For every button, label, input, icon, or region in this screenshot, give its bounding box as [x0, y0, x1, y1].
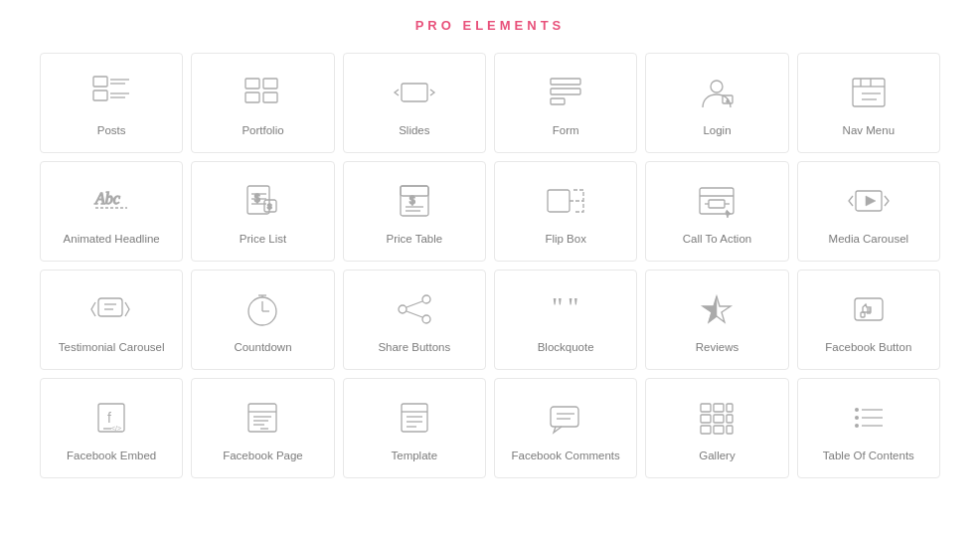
svg-rect-18 — [853, 79, 885, 106]
template-icon — [392, 397, 437, 439]
svg-rect-90 — [714, 415, 724, 423]
share-buttons-icon — [392, 288, 437, 330]
facebook-embed-label: Facebook Embed — [67, 449, 156, 463]
facebook-button-icon — [846, 288, 892, 330]
animated-headline-label: Animated Headline — [64, 232, 160, 247]
facebook-comments-icon — [543, 397, 588, 439]
reviews-label: Reviews — [696, 340, 738, 355]
item-share-buttons[interactable]: Share Buttons — [343, 270, 486, 370]
svg-rect-83 — [551, 407, 578, 427]
svg-text:</>: </> — [111, 425, 121, 432]
flip-box-label: Flip Box — [545, 232, 586, 247]
svg-rect-10 — [402, 84, 427, 101]
item-gallery[interactable]: Gallery — [645, 378, 788, 478]
slides-icon — [392, 72, 437, 113]
item-slides[interactable]: Slides — [343, 53, 486, 153]
svg-rect-89 — [701, 415, 711, 423]
item-portfolio[interactable]: Portfolio — [191, 53, 334, 153]
item-reviews[interactable]: Reviews — [645, 270, 788, 370]
item-facebook-embed[interactable]: f </> Facebook Embed — [40, 378, 183, 478]
price-list-icon: $ $ — [240, 180, 285, 222]
svg-rect-92 — [701, 426, 711, 434]
login-label: Login — [703, 123, 731, 138]
svg-rect-88 — [727, 404, 733, 412]
item-flip-box[interactable]: Flip Box — [494, 161, 637, 262]
svg-rect-64 — [861, 312, 865, 317]
facebook-comments-label: Facebook Comments — [512, 449, 620, 463]
portfolio-icon — [240, 72, 285, 113]
svg-rect-72 — [248, 404, 276, 432]
item-price-table[interactable]: $ Price Table — [343, 161, 486, 262]
call-to-action-icon — [694, 180, 739, 222]
svg-rect-87 — [714, 404, 724, 412]
item-posts[interactable]: Posts — [40, 53, 183, 153]
svg-rect-94 — [727, 426, 733, 434]
blockquote-icon: " " — [543, 288, 588, 330]
svg-rect-47 — [98, 298, 122, 316]
slides-label: Slides — [399, 123, 429, 138]
svg-text:$: $ — [409, 195, 415, 206]
svg-rect-78 — [402, 404, 427, 432]
countdown-icon — [240, 288, 285, 330]
call-to-action-label: Call To Action — [683, 232, 751, 247]
price-table-label: Price Table — [386, 232, 442, 247]
svg-point-14 — [711, 81, 723, 92]
svg-point-57 — [422, 315, 430, 323]
item-price-list[interactable]: $ $ Price List — [191, 161, 334, 262]
svg-rect-3 — [93, 90, 107, 100]
posts-icon — [88, 72, 134, 113]
item-facebook-button[interactable]: Facebook Button — [797, 270, 940, 370]
item-animated-headline[interactable]: Abc Animated Headline — [40, 161, 183, 262]
item-nav-menu[interactable]: Nav Menu — [797, 53, 940, 153]
svg-text:$: $ — [267, 202, 272, 211]
item-facebook-page[interactable]: Facebook Page — [191, 378, 334, 478]
elements-grid: Posts Portfolio Slides — [0, 43, 980, 498]
gallery-icon — [694, 397, 739, 439]
animated-headline-icon: Abc — [88, 180, 134, 222]
media-carousel-label: Media Carousel — [829, 232, 909, 247]
svg-text:": " — [552, 291, 563, 322]
svg-rect-91 — [727, 415, 733, 423]
svg-point-55 — [422, 295, 430, 303]
testimonial-carousel-icon — [88, 288, 134, 330]
item-testimonial-carousel[interactable]: Testimonial Carousel — [40, 270, 183, 370]
item-facebook-comments[interactable]: Facebook Comments — [494, 378, 637, 478]
reviews-icon — [694, 288, 739, 330]
nav-menu-label: Nav Menu — [843, 123, 895, 138]
svg-text:Abc: Abc — [94, 190, 120, 207]
facebook-embed-icon: f </> — [88, 397, 134, 439]
svg-rect-6 — [245, 79, 259, 89]
svg-rect-42 — [709, 200, 725, 208]
svg-point-97 — [855, 416, 859, 420]
share-buttons-label: Share Buttons — [378, 340, 450, 355]
form-icon — [543, 72, 588, 113]
flip-box-icon — [543, 180, 588, 222]
media-carousel-icon — [846, 180, 892, 222]
svg-rect-86 — [701, 404, 711, 412]
item-blockquote[interactable]: " " Blockquote — [494, 270, 637, 370]
page-title: PRO ELEMENTS — [0, 0, 980, 43]
svg-rect-8 — [245, 92, 259, 102]
item-media-carousel[interactable]: Media Carousel — [797, 161, 940, 262]
item-form[interactable]: Form — [494, 53, 637, 153]
svg-text:f: f — [107, 410, 111, 426]
svg-point-95 — [855, 408, 859, 412]
portfolio-label: Portfolio — [242, 123, 283, 138]
template-label: Template — [391, 449, 437, 463]
price-list-label: Price List — [240, 232, 286, 247]
svg-rect-12 — [551, 89, 580, 94]
svg-marker-46 — [866, 196, 876, 206]
item-template[interactable]: Template — [343, 378, 486, 478]
item-login[interactable]: Login — [645, 53, 788, 153]
item-countdown[interactable]: Countdown — [191, 270, 334, 370]
posts-label: Posts — [97, 123, 126, 138]
login-icon — [694, 72, 739, 113]
svg-rect-11 — [551, 79, 580, 85]
svg-rect-93 — [714, 426, 724, 434]
facebook-page-label: Facebook Page — [223, 449, 303, 463]
item-call-to-action[interactable]: Call To Action — [645, 161, 788, 262]
svg-point-17 — [727, 100, 729, 102]
svg-rect-0 — [93, 77, 107, 87]
svg-rect-38 — [548, 190, 570, 212]
item-table-of-contents[interactable]: Table Of Contents — [797, 378, 940, 478]
